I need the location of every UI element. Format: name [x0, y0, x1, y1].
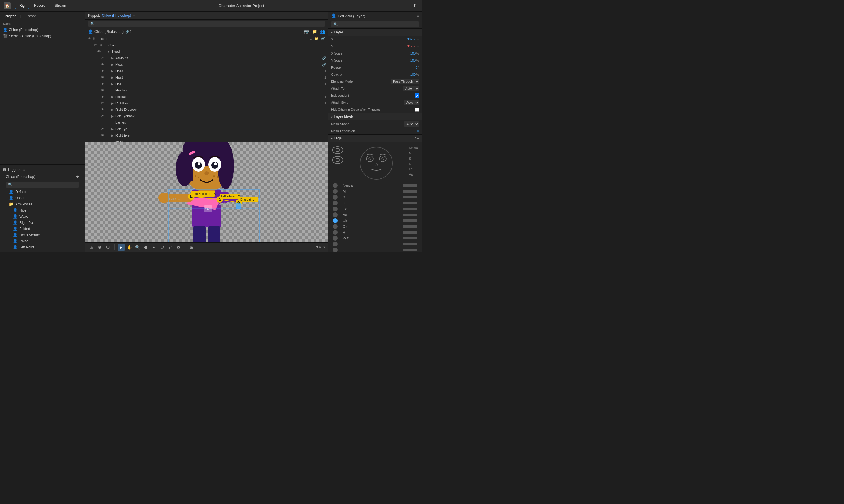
layer-head[interactable]: 👁 ▾ Head: [85, 48, 328, 55]
puppet-header-name[interactable]: Chloe (Photoshop): [102, 14, 131, 18]
record-tool-button[interactable]: ⏺: [142, 244, 149, 251]
layer-lefthair[interactable]: 👁 ▶ LeftHair 1: [85, 93, 328, 100]
puppet-menu-icon[interactable]: ≡: [133, 14, 135, 18]
viseme-oh-dot[interactable]: [333, 224, 338, 229]
y-value[interactable]: -347.5: [406, 44, 415, 48]
layer-hair1[interactable]: 👁 ▶ Hair1 1: [85, 80, 328, 87]
viseme-woo-dot[interactable]: [333, 236, 338, 240]
trigger-wave[interactable]: 👤 Wave: [3, 213, 82, 219]
blending-label: Blending Mode: [331, 80, 391, 83]
camera-icon[interactable]: 📷: [304, 29, 309, 34]
layer-hairtop[interactable]: 👁 HairTop: [85, 87, 328, 93]
viseme-aa-dot[interactable]: [333, 213, 338, 217]
layer-hair3[interactable]: 👁 ▶ Hair3 1: [85, 68, 328, 74]
hide-others-checkbox[interactable]: [415, 108, 419, 112]
trigger-folded[interactable]: 👤 Folded: [3, 226, 82, 232]
handle-tool-button[interactable]: ✿: [175, 244, 182, 251]
tab-rig[interactable]: Rig: [15, 2, 29, 10]
blending-mode-select[interactable]: Pass Through Normal Multiply Screen: [391, 79, 419, 84]
trigger-default[interactable]: 👤 Default: [3, 189, 82, 195]
layer-altmouth[interactable]: 👁 ▶ AltMouth 🔗: [85, 55, 328, 61]
add-trigger-button[interactable]: +: [76, 174, 79, 179]
layer-left-eyebrow[interactable]: 👁 ▶ Left Eyebrow: [85, 113, 328, 119]
layer-hair2[interactable]: 👁 ▶ Hair2 1: [85, 74, 328, 80]
name-label: Name: [0, 21, 85, 27]
mesh-expansion-value[interactable]: 0: [417, 129, 419, 133]
opacity-value[interactable]: 100: [410, 73, 416, 76]
puppet-chloe[interactable]: 👤 Chloe (Photoshop): [0, 27, 85, 33]
viseme-uh-dot[interactable]: [333, 218, 338, 223]
layer-chloe[interactable]: 👁 ♛ ▾ Chloe: [85, 42, 328, 48]
trigger-raise[interactable]: 👤 Raise: [3, 238, 82, 244]
tab-stream[interactable]: Stream: [51, 2, 70, 10]
layer-righthair[interactable]: 👁 ▶ RightHair 1: [85, 100, 328, 106]
layer-lashes[interactable]: 👁 Lashes: [85, 119, 328, 126]
person-icon[interactable]: 👥: [320, 29, 325, 34]
viseme-s-dot[interactable]: [333, 195, 338, 200]
tags-add-button[interactable]: A +: [414, 137, 419, 140]
properties-search-input[interactable]: [331, 21, 419, 27]
viseme-ee-dot[interactable]: [333, 206, 338, 211]
trigger-search-input[interactable]: [6, 182, 79, 187]
nav-tabs: Rig Record Stream: [15, 2, 70, 10]
layers-cam-icon[interactable]: ⊙: [309, 37, 312, 40]
trigger-left-point-icon: 👤: [13, 245, 18, 249]
properties-menu-icon[interactable]: ≡: [417, 14, 419, 18]
viseme-f-dot[interactable]: [333, 242, 338, 247]
grid-tool-button[interactable]: ⊞: [188, 244, 195, 251]
hex-tool-button[interactable]: ⬡: [104, 244, 111, 251]
swap-tool-button[interactable]: ⇄: [167, 244, 174, 251]
arrow-tool-button[interactable]: ▶: [118, 244, 125, 251]
layer-mesh-header[interactable]: ▾ Layer Mesh: [328, 113, 422, 121]
pin-tool-button[interactable]: ✦: [150, 244, 157, 251]
attach-to-select[interactable]: Auto Head Body: [403, 86, 419, 91]
zoom-dropdown-icon[interactable]: ▾: [323, 245, 325, 249]
viseme-l-dot[interactable]: [333, 248, 338, 252]
xscale-value[interactable]: 100: [410, 52, 416, 55]
viseme-woo-bar: [403, 237, 417, 239]
layer-right-eyebrow[interactable]: 👁 ▶ Right Eyebrow: [85, 106, 328, 113]
zoom-tool-button[interactable]: 🔍: [134, 244, 141, 251]
puppet-badge: 🔗9: [125, 30, 131, 34]
mesh-shape-select[interactable]: Auto: [404, 121, 419, 127]
viseme-neutral-dot[interactable]: [333, 183, 338, 188]
trigger-default-icon: 👤: [9, 190, 14, 194]
layers-folder-icon[interactable]: 📁: [315, 37, 319, 40]
layer-left-eye[interactable]: 👁 ▶ Left Eye: [85, 126, 328, 132]
tab-project[interactable]: Project: [3, 14, 17, 19]
canvas-content[interactable]: ✕✕ ✕✕: [85, 142, 328, 242]
mesh-tool-button[interactable]: ⬡: [159, 244, 166, 251]
eye-icon: 👁: [100, 82, 105, 86]
x-value[interactable]: 362.5: [407, 37, 415, 41]
trigger-right-point[interactable]: 👤 Right Point: [3, 219, 82, 226]
warning-tool-button[interactable]: ⚠: [88, 244, 95, 251]
yscale-value[interactable]: 100: [410, 59, 416, 62]
expand-icon: ▶: [111, 63, 114, 66]
layer-section-header[interactable]: ▾ Layer: [328, 29, 422, 36]
viseme-m-dot[interactable]: [333, 189, 338, 194]
tab-record[interactable]: Record: [30, 2, 50, 10]
trigger-left-point[interactable]: 👤 Left Point: [3, 244, 82, 250]
rotate-value[interactable]: 0: [415, 66, 417, 69]
scene-chloe[interactable]: 🎬 Scene - Chloe (Photoshop): [0, 33, 85, 39]
layer-right-eye[interactable]: 👁 ▶ Right Eye: [85, 132, 328, 139]
viseme-d-dot[interactable]: [333, 201, 338, 205]
layers-link-icon[interactable]: 🔗: [321, 37, 325, 40]
folder-icon[interactable]: 📁: [312, 29, 317, 34]
anchor-tool-button[interactable]: ⊕: [96, 244, 103, 251]
layer-nose[interactable]: 👁 Nose: [85, 139, 328, 142]
puppet-search-input[interactable]: [88, 21, 325, 27]
export-icon[interactable]: ⬆: [413, 3, 418, 9]
hand-tool-button[interactable]: ✋: [126, 244, 133, 251]
home-icon[interactable]: 🏠: [3, 2, 11, 10]
trigger-arm-poses[interactable]: 📁 Arm Poses: [3, 201, 82, 207]
viseme-r-dot[interactable]: [333, 230, 338, 235]
trigger-upset[interactable]: 👤 Upset: [3, 195, 82, 201]
tab-history[interactable]: History: [23, 14, 37, 19]
layer-mouth[interactable]: 👁 ▶ Mouth 🔗: [85, 61, 328, 68]
independent-checkbox[interactable]: [415, 93, 419, 97]
attach-style-select[interactable]: Weld Pin: [403, 100, 419, 105]
trigger-hips[interactable]: 👤 Hips: [3, 207, 82, 213]
tags-header[interactable]: ▾ Tags A +: [328, 135, 422, 142]
trigger-head-scratch[interactable]: 👤 Head Scratch: [3, 232, 82, 238]
